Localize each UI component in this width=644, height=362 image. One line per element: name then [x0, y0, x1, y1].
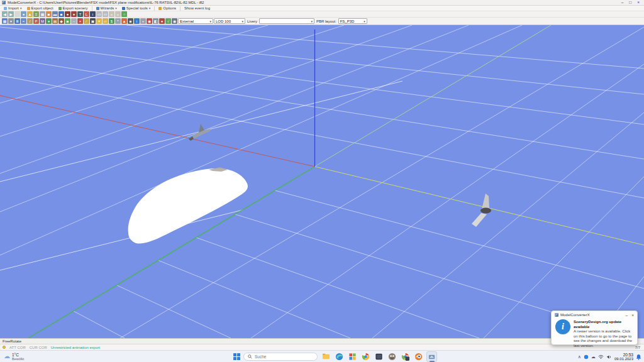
taskbar-app-modelconverterx[interactable] — [426, 351, 437, 362]
sphere-icon[interactable]: ● — [71, 11, 77, 17]
refresh-icon[interactable]: ○ — [121, 11, 127, 17]
ball-icon[interactable]: ● — [159, 18, 165, 24]
weather-widget[interactable]: ☁ 1°C Bewölkt — [4, 352, 24, 361]
grid-view-icon[interactable]: ▦ — [40, 11, 45, 17]
menu-options[interactable]: Options — [157, 6, 178, 11]
grid-line — [251, 64, 644, 338]
zoom-icon[interactable]: ● — [21, 11, 26, 17]
taskbar-app-edge[interactable] — [334, 351, 345, 362]
special-tools-icon — [122, 7, 125, 10]
info-icon[interactable]: i — [134, 18, 140, 24]
update-notification-popup[interactable]: ModelConverterX – × i SceneryDesign.org … — [551, 310, 638, 345]
lod-combo[interactable]: LOD 100 ▾ — [214, 18, 245, 24]
status-message-link[interactable]: Unrestricted animation export — [51, 346, 100, 349]
menu-wizards-label: Wizards — [101, 6, 114, 10]
ground-icon[interactable]: ■ — [65, 18, 70, 24]
stats-icon[interactable]: ≈ — [21, 18, 26, 24]
table-options-icon[interactable]: ▾ — [8, 18, 14, 24]
redo-icon[interactable]: » — [115, 11, 121, 17]
menu-export-scenery[interactable]: Export scenery — [57, 6, 90, 11]
3d-viewport[interactable] — [0, 25, 644, 338]
taskbar-app-blender[interactable] — [413, 351, 424, 362]
tray-app-icon[interactable] — [584, 354, 589, 359]
display-mode-combo[interactable]: External ▾ — [178, 18, 213, 24]
monitor-alt-icon[interactable]: ▭ — [103, 11, 108, 17]
target-icon[interactable]: ◉ — [147, 18, 152, 24]
close-button[interactable]: × — [637, 0, 640, 5]
globe-icon[interactable]: ● — [65, 11, 70, 17]
texture-browser-icon[interactable]: T — [77, 11, 83, 17]
lod-value: LOD 100 — [216, 19, 231, 23]
columns-icon[interactable]: Ⅲ — [14, 18, 20, 24]
popup-close-button[interactable]: × — [631, 313, 634, 317]
menu-export-object[interactable]: Export object — [25, 6, 55, 11]
menu-import[interactable]: Import▾ — [2, 6, 24, 11]
monitor-icon[interactable]: ▭ — [96, 11, 102, 17]
money-icon[interactable]: $ — [109, 18, 114, 24]
image-icon[interactable]: ■ — [46, 11, 52, 17]
taskbar-app-photos[interactable] — [374, 351, 384, 362]
taskbar-app-microsoft-store[interactable] — [347, 351, 358, 362]
back-icon[interactable]: ◀ — [2, 11, 8, 17]
taskbar-app-chrome[interactable] — [360, 351, 371, 362]
grid-line — [0, 75, 644, 198]
onedrive-icon[interactable]: ☁ — [591, 354, 596, 359]
save-icon[interactable]: ■ — [58, 11, 64, 17]
bag-icon[interactable]: ◆ — [58, 18, 64, 24]
menu-special-tools[interactable]: Special tools▾ — [120, 6, 153, 11]
display-mode-icon[interactable]: ◉ — [172, 18, 177, 24]
propeller-hub[interactable] — [480, 208, 491, 214]
pbr-layout-combo[interactable]: FS_P3D ▾ — [338, 18, 367, 24]
start-button[interactable] — [233, 353, 240, 361]
fire-icon[interactable]: ▲ — [121, 18, 127, 24]
propeller-cone[interactable] — [472, 213, 487, 227]
cube-icon[interactable]: ◧ — [153, 18, 158, 24]
menu-separator — [92, 6, 92, 11]
import-model-icon[interactable]: ▲ — [27, 11, 33, 17]
system-tray: ∧ ☁ 20:53 09.01.2023 — [578, 351, 641, 362]
maximize-button[interactable]: □ — [629, 0, 631, 5]
check-icon[interactable]: √ — [165, 18, 171, 24]
taskbar-app-gimp[interactable] — [387, 351, 397, 362]
person-icon[interactable]: i — [90, 11, 96, 17]
taskbar-app-file-explorer[interactable] — [321, 351, 331, 362]
boxes-icon[interactable]: ▤ — [52, 18, 58, 24]
minimize-button[interactable]: – — [621, 0, 624, 5]
menu-wizards[interactable]: Wizards▾ — [94, 6, 119, 11]
minus-icon[interactable]: – — [71, 18, 77, 24]
search-input[interactable]: Suche — [243, 353, 318, 361]
livery-combo[interactable]: ▾ — [259, 18, 314, 24]
white-fuselage-part[interactable] — [128, 168, 248, 244]
delete-icon[interactable]: × — [77, 18, 83, 24]
chrome-icon — [362, 353, 370, 361]
popup-minimize-button[interactable]: – — [626, 313, 628, 317]
volume-icon[interactable] — [606, 354, 612, 359]
undo-icon[interactable]: « — [109, 11, 114, 17]
world-icon[interactable]: ● — [46, 18, 52, 24]
add-icon[interactable]: + — [140, 18, 146, 24]
effects-icon[interactable]: ▱ — [103, 18, 108, 24]
taskbar-clock[interactable]: 20:53 09.01.2023 — [614, 353, 633, 361]
attach-icon[interactable]: L — [84, 11, 89, 17]
modelconverterx-icon — [428, 353, 436, 361]
sun-icon[interactable]: ☀ — [96, 18, 102, 24]
gear-icon[interactable]: * — [115, 18, 121, 24]
flag-icon[interactable]: P — [33, 18, 39, 24]
camera-icon[interactable]: ▣ — [90, 18, 96, 24]
box-icon[interactable]: ■ — [128, 18, 133, 24]
forward-icon[interactable]: ▶ — [8, 11, 14, 17]
hierarchy-icon[interactable]: ≡ — [33, 11, 39, 17]
table-icon[interactable]: ▦ — [2, 18, 8, 24]
tray-expand-icon[interactable]: ∧ — [578, 354, 581, 359]
search-icon — [248, 354, 252, 359]
wifi-icon[interactable] — [598, 354, 604, 359]
new-page-icon[interactable] — [14, 11, 20, 17]
menu-show-event-log[interactable]: Show event log — [182, 6, 212, 11]
animation-icon[interactable]: ▬ — [52, 11, 58, 17]
propeller-blade[interactable] — [482, 194, 489, 209]
notification-bell-icon[interactable] — [636, 354, 641, 360]
taskbar-app-chrome-profile[interactable] — [400, 351, 411, 362]
wand-icon[interactable]: ∕ — [84, 18, 89, 24]
pencil-icon[interactable]: / — [27, 18, 33, 24]
group-icon[interactable]: M — [40, 18, 45, 24]
